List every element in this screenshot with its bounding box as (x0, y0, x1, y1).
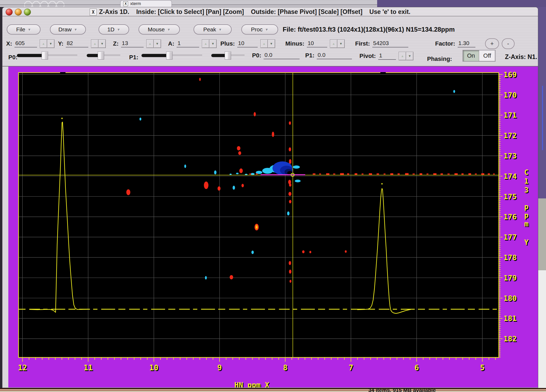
spinner-down-icon[interactable]: ▼ (268, 39, 275, 48)
zoom-button[interactable] (24, 9, 31, 16)
field-spinner[interactable]: ▲▼ (330, 39, 345, 48)
y-tick-minor (499, 334, 501, 335)
y-tick-minor (499, 113, 501, 113)
contour-peak-positive (239, 168, 243, 173)
field-spinner[interactable]: ▲▼ (91, 39, 106, 48)
phase-slider[interactable] (87, 51, 120, 60)
slider-thumb[interactable] (166, 51, 173, 60)
pivot-spinner[interactable]: ▲▼ (399, 52, 413, 60)
contour-peak-positive (310, 251, 311, 253)
slider-thumb[interactable] (98, 51, 104, 60)
close-button[interactable] (6, 9, 13, 16)
x-tick-major (416, 357, 417, 362)
field-input[interactable]: 1 (177, 40, 199, 47)
contour-peak-positive (302, 250, 305, 253)
y-tick-minor (499, 111, 501, 111)
field-input[interactable]: 82 (66, 40, 88, 47)
spinner-down-icon[interactable]: ▼ (337, 39, 345, 48)
field-spinner[interactable]: ▲▼ (202, 39, 217, 48)
scale-minus-button[interactable]: - (502, 38, 515, 49)
phase-slider[interactable] (211, 51, 245, 60)
y-tick-minor (499, 202, 501, 203)
scale-plus-button[interactable]: + (485, 38, 499, 49)
spinner-up-icon[interactable]: ▲ (40, 39, 47, 48)
menu-button-proc[interactable]: Proc▼ (241, 24, 278, 35)
p0-field-input[interactable]: 0.0 (264, 52, 300, 59)
spinner-down-icon[interactable]: ▼ (406, 52, 413, 60)
trace-apex-dot (61, 118, 63, 119)
pivot-input[interactable]: 1 (378, 52, 396, 60)
field-input[interactable]: 10 (237, 40, 258, 47)
menu-button-draw[interactable]: Draw▼ (50, 24, 86, 35)
water-streak-dot (362, 173, 363, 175)
y-tick-minor (499, 88, 501, 89)
field-label: Y: (58, 40, 63, 47)
slider-thumb[interactable] (42, 51, 48, 60)
slider-thumb[interactable] (225, 51, 231, 60)
spinner-down-icon[interactable]: ▼ (154, 39, 161, 48)
background-xterm-tab[interactable]: X xterm (120, 0, 172, 7)
field-label: Minus: (285, 40, 304, 47)
water-streak-dot (340, 173, 344, 175)
phasing-toggle[interactable]: On Off (463, 50, 496, 62)
spinner-up-icon[interactable]: ▲ (146, 39, 154, 48)
phasing-off-button[interactable]: Off (479, 50, 495, 61)
x-tick-minor (232, 357, 233, 360)
x-tick-minor (265, 357, 266, 360)
p1-value-field[interactable]: P1: 0.0 (305, 52, 352, 59)
y-tick-minor (499, 188, 501, 188)
x-tick-minor (331, 357, 332, 360)
titlebar[interactable]: X Z-Axis 1D.Inside: [Click to Select] [P… (2, 7, 538, 16)
spinner-up-icon[interactable]: ▲ (202, 39, 209, 48)
y-tick-minor (499, 168, 501, 168)
water-streak-dot (433, 173, 436, 175)
y-tick-minor (499, 357, 501, 357)
spinner-up-icon[interactable]: ▲ (330, 39, 337, 48)
menu-button-file[interactable]: File▼ (7, 24, 41, 35)
phase-slider[interactable] (17, 51, 77, 60)
field-input[interactable]: 54203 (372, 40, 408, 47)
y-tick-minor (499, 275, 501, 276)
phase-slider[interactable] (141, 51, 202, 60)
minimize-button[interactable] (15, 9, 22, 16)
spinner-down-icon[interactable]: ▼ (47, 39, 54, 48)
menu-button-1d[interactable]: 1D▼ (99, 24, 129, 35)
field-spinner[interactable]: ▲▼ (261, 39, 275, 48)
contour-peak-positive (238, 151, 241, 155)
x-tick-minor (81, 357, 82, 360)
spinner-down-icon[interactable]: ▼ (209, 39, 217, 48)
p1-field-input[interactable]: 0.0 (317, 52, 352, 59)
contour-peak-negative (233, 186, 235, 190)
y-axis-title-letter: C (524, 168, 529, 176)
pivot-field[interactable]: Pivot: 1 ▲▼ (359, 52, 413, 60)
spectrum-canvas[interactable]: 1212111110109988776655HN ppm XHN ppm X16… (8, 66, 538, 387)
y-tick-minor (499, 90, 501, 91)
screen: X xterm 34 items, 915 MB available X Z-A… (0, 0, 546, 392)
spinner-up-icon[interactable]: ▲ (260, 39, 268, 48)
menu-button-peak[interactable]: Peak▼ (194, 24, 232, 35)
spinner-up-icon[interactable]: ▲ (399, 52, 406, 60)
y-tick-minor (499, 345, 501, 345)
field-a: A:1▲▼ (168, 39, 217, 49)
y-tick-minor (499, 273, 501, 274)
field-input[interactable]: 1.30 (458, 40, 475, 47)
spinner-up-icon[interactable]: ▲ (91, 39, 99, 48)
y-tick-minor (499, 241, 501, 241)
x-tick-major (154, 357, 154, 362)
field-spinner[interactable]: ▲▼ (147, 39, 161, 48)
y-tick-minor (499, 269, 501, 270)
field-input[interactable]: 10 (307, 40, 327, 47)
field-input[interactable]: 13 (121, 40, 144, 47)
selected-peak-marker (261, 174, 305, 175)
p0-value-field[interactable]: P0: 0.0 (252, 52, 300, 59)
spinner-down-icon[interactable]: ▼ (98, 39, 106, 48)
field-input[interactable]: 605 (14, 40, 37, 47)
y-tick-minor (499, 208, 501, 209)
menu-button-mouse[interactable]: Mouse▼ (139, 24, 180, 35)
field-spinner[interactable]: ▲▼ (40, 39, 54, 48)
x-tick-minor (298, 357, 299, 360)
y-tick-minor (499, 306, 501, 306)
phasing-on-button[interactable]: On (463, 50, 479, 61)
x-tick-minor (193, 357, 194, 360)
y-tick-minor (499, 123, 501, 124)
